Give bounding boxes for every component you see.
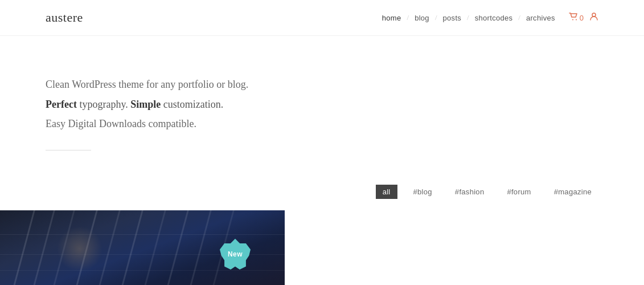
site-logo[interactable]: austere [46, 10, 83, 25]
hero-mid-text: typography. [77, 99, 130, 110]
nav-shortcodes[interactable]: shortcodes [473, 13, 515, 23]
hero-bold-simple: Simple [130, 99, 161, 110]
nav-separator-3: / [467, 13, 469, 22]
filter-blog[interactable]: #blog [407, 185, 439, 199]
user-icon[interactable] [589, 12, 598, 23]
svg-point-2 [592, 13, 596, 17]
filter-bar: all #blog #fashion #forum #magazine [0, 173, 644, 210]
svg-point-1 [576, 19, 577, 21]
header-icons: 0 [569, 12, 598, 23]
portfolio-area: New [0, 210, 644, 285]
hero-line1: Clean WordPress theme for any portfolio … [46, 76, 598, 93]
nav-separator-1: / [407, 13, 409, 22]
main-nav: home / blog / posts / shortcodes / archi… [380, 13, 557, 23]
filter-magazine[interactable]: #magazine [547, 185, 598, 199]
cart-count: 0 [580, 14, 584, 22]
hero-line3: Easy Digital Downloads compatible. [46, 115, 598, 133]
hero-divider [46, 150, 91, 150]
nav-home[interactable]: home [380, 13, 404, 23]
new-badge: New [220, 239, 251, 270]
hero-suffix-text: customization. [161, 99, 223, 110]
svg-point-0 [572, 19, 573, 21]
hero-section: Clean WordPress theme for any portfolio … [0, 36, 644, 173]
filter-forum[interactable]: #forum [500, 185, 538, 199]
filter-all[interactable]: all [376, 185, 397, 199]
site-header: austere home / blog / posts / shortcodes… [0, 0, 644, 36]
hero-line2: Perfect typography. Simple customization… [46, 96, 598, 113]
filter-fashion[interactable]: #fashion [448, 185, 491, 199]
new-badge-text: New [228, 250, 243, 258]
nav-blog[interactable]: blog [412, 13, 432, 23]
cart-button[interactable]: 0 [569, 13, 584, 23]
portfolio-image: New [0, 210, 285, 285]
nav-separator-4: / [518, 13, 520, 22]
nav-separator-2: / [435, 13, 437, 22]
portfolio-item[interactable]: New [0, 210, 285, 285]
nav-posts[interactable]: posts [441, 13, 464, 23]
nav-archives[interactable]: archives [524, 13, 557, 23]
hero-bold-perfect: Perfect [46, 99, 77, 110]
cart-icon [569, 13, 578, 23]
